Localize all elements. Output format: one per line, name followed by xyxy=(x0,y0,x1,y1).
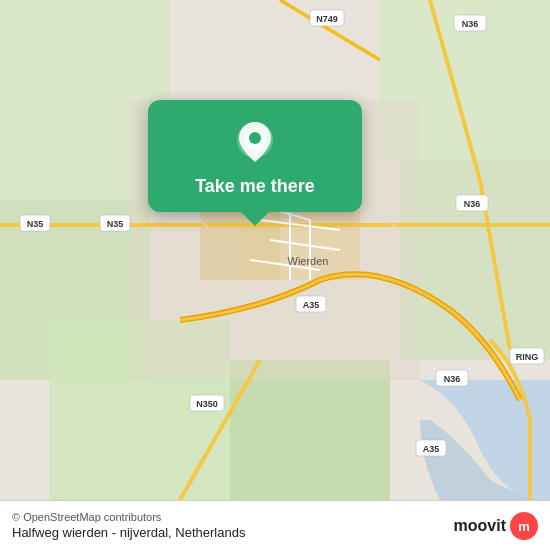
location-title: Halfweg wierden - nijverdal, Netherlands xyxy=(12,525,245,540)
svg-text:Wierden: Wierden xyxy=(288,255,329,267)
svg-text:A35: A35 xyxy=(303,300,320,310)
svg-text:N36: N36 xyxy=(464,199,481,209)
svg-text:m: m xyxy=(518,519,530,534)
moovit-logo: moovit m xyxy=(454,512,538,540)
map-svg: N749 N36 N36 N36 N35 N35 A35 N350 A35 RI… xyxy=(0,0,550,500)
svg-text:N749: N749 xyxy=(316,14,338,24)
svg-text:N350: N350 xyxy=(196,399,218,409)
map-container: N749 N36 N36 N36 N35 N35 A35 N350 A35 RI… xyxy=(0,0,550,500)
svg-text:N35: N35 xyxy=(27,219,44,229)
moovit-icon: m xyxy=(510,512,538,540)
svg-rect-6 xyxy=(230,360,390,500)
card-label: Take me there xyxy=(195,176,315,198)
svg-point-47 xyxy=(249,132,261,144)
svg-text:RING: RING xyxy=(516,352,539,362)
svg-text:N36: N36 xyxy=(444,374,461,384)
svg-text:N36: N36 xyxy=(462,19,479,29)
svg-text:N35: N35 xyxy=(107,219,124,229)
bottom-bar: © OpenStreetMap contributors Halfweg wie… xyxy=(0,500,550,550)
svg-text:A35: A35 xyxy=(423,444,440,454)
take-me-there-card[interactable]: Take me there xyxy=(148,100,362,212)
location-pin-icon xyxy=(231,118,279,166)
attribution-text: © OpenStreetMap contributors xyxy=(12,511,245,523)
moovit-text: moovit xyxy=(454,517,506,535)
